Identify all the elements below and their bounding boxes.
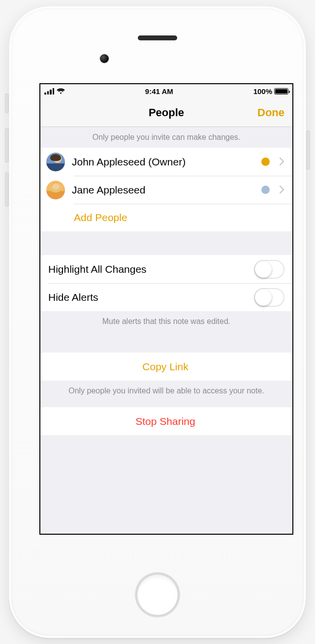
copy-link-label: Copy Link xyxy=(142,361,188,373)
done-button[interactable]: Done xyxy=(257,106,284,119)
chevron-right-icon xyxy=(280,184,284,196)
hide-alerts-toggle[interactable] xyxy=(254,288,284,307)
cellular-signal-icon xyxy=(44,88,54,95)
screen: 9:41 AM 100% People Done Only people you… xyxy=(39,83,293,535)
stop-sharing-button[interactable]: Stop Sharing xyxy=(40,407,292,435)
volume-up-button xyxy=(5,128,9,162)
highlight-changes-toggle[interactable] xyxy=(254,260,284,279)
highlight-changes-row: Highlight All Changes xyxy=(40,255,292,283)
copy-link-button[interactable]: Copy Link xyxy=(40,353,292,381)
highlight-changes-label: Highlight All Changes xyxy=(48,263,247,275)
phone-speaker xyxy=(138,35,177,40)
nav-bar: People Done xyxy=(40,98,292,127)
copy-link-list: Copy Link xyxy=(40,353,292,381)
avatar xyxy=(46,153,65,171)
stop-sharing-list: Stop Sharing xyxy=(40,407,292,435)
avatar xyxy=(46,181,65,199)
battery-icon xyxy=(274,88,288,95)
add-people-button[interactable]: Add People xyxy=(40,204,292,231)
home-button[interactable] xyxy=(136,573,179,616)
person-row-invitee[interactable]: Jane Appleseed xyxy=(40,176,292,204)
volume-down-button xyxy=(5,172,9,207)
status-dot-invitee xyxy=(261,186,270,194)
add-people-label: Add People xyxy=(74,212,127,224)
status-bar: 9:41 AM 100% xyxy=(40,84,292,98)
stop-sharing-label: Stop Sharing xyxy=(135,416,195,427)
copy-link-footer: Only people you invited will be able to … xyxy=(40,381,292,407)
mute-switch xyxy=(5,94,9,113)
section-gap xyxy=(40,231,292,255)
people-section-header: Only people you invite can make changes. xyxy=(40,127,292,148)
person-name: Jane Appleseed xyxy=(72,184,254,196)
status-dot-owner xyxy=(261,158,270,166)
people-list: John Appleseed (Owner) Jane Appleseed Ad… xyxy=(40,148,292,231)
hide-alerts-row: Hide Alerts xyxy=(40,283,292,311)
person-name: John Appleseed (Owner) xyxy=(72,156,254,168)
toggles-footer: Mute alerts that this note was edited. xyxy=(40,311,292,353)
wifi-icon xyxy=(57,88,65,95)
phone-frame: 9:41 AM 100% People Done Only people you… xyxy=(9,6,306,638)
power-button xyxy=(306,130,310,170)
chevron-right-icon xyxy=(280,156,284,168)
battery-percent: 100% xyxy=(253,87,272,96)
status-time: 9:41 AM xyxy=(145,87,173,96)
person-row-owner[interactable]: John Appleseed (Owner) xyxy=(40,148,292,176)
toggles-list: Highlight All Changes Hide Alerts xyxy=(40,255,292,311)
front-camera xyxy=(100,54,109,63)
hide-alerts-label: Hide Alerts xyxy=(48,291,247,303)
nav-title: People xyxy=(149,106,184,119)
